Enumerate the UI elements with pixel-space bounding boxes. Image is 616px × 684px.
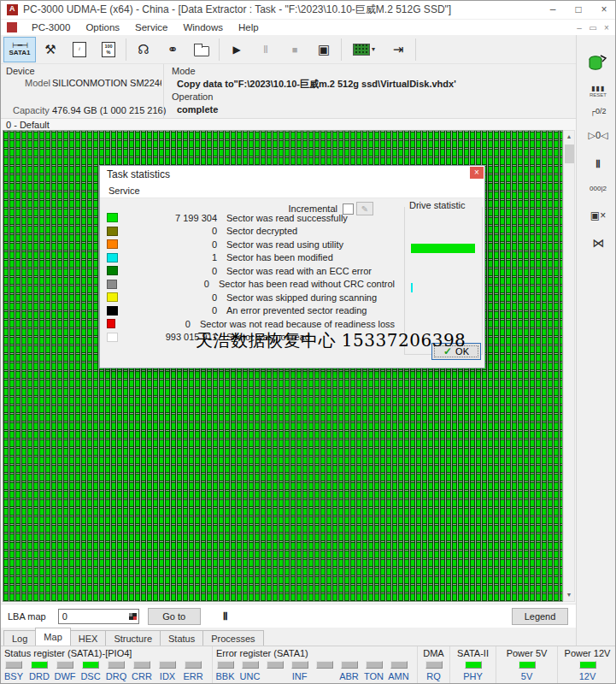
led-indicator <box>390 661 408 669</box>
drive-statistic-tick <box>411 283 413 292</box>
led-unc: UNC <box>238 661 262 681</box>
task-statistics-button[interactable]: 100% <box>94 37 123 62</box>
binoculars-icon: ⚭ <box>167 42 179 57</box>
mode-group-label: Mode <box>172 66 196 76</box>
sidebar-pause-button[interactable]: Ⅱ <box>585 153 611 175</box>
start-button[interactable]: ▶ <box>222 37 251 62</box>
legend-button[interactable]: Legend <box>512 608 568 625</box>
exit-task-button[interactable]: ⇥ <box>384 37 413 62</box>
scroll-down-icon[interactable]: ▼ <box>564 589 574 601</box>
statusbar-group-title: Error register (SATA1) <box>213 648 417 658</box>
main-toolbar: ⊢━⊣ SATA1 ⚒ i 100% ☊ ⚭ ▶ Ⅱ ■ ▣ ▾ ⇥ <box>1 35 576 64</box>
tab-status[interactable]: Status <box>160 630 203 646</box>
tab-structure[interactable]: Structure <box>105 630 161 646</box>
open-folder-button[interactable] <box>187 37 216 62</box>
map-pause-button[interactable]: Ⅱ <box>216 608 235 625</box>
jumper-settings-button[interactable]: ┌0/2 <box>585 100 611 122</box>
mode-value: Copy data to"F:\2023\10.10-巨威m.2 512g ss… <box>177 78 456 91</box>
map-image-icon <box>353 44 370 56</box>
status-bar: Status register (SATA1)-[PIO4]BSYDRDDWFD… <box>1 646 616 684</box>
tab-processes[interactable]: Processes <box>202 630 263 646</box>
drive-power-button[interactable] <box>585 50 611 76</box>
toolbar-separator <box>126 38 126 61</box>
scrollbar-thumb[interactable] <box>565 144 574 163</box>
led-label: DWF <box>54 671 75 681</box>
utility-tools-button[interactable]: ⚒ <box>36 37 65 62</box>
maximize-button[interactable]: □ <box>566 1 591 20</box>
close-button[interactable]: × <box>591 1 616 20</box>
reset-button[interactable]: ▮▮▮ RESET <box>585 80 611 102</box>
stat-color-swatch <box>107 306 118 315</box>
led-indicator <box>465 661 482 669</box>
lba-grid-icon[interactable] <box>129 613 137 620</box>
led-indicator <box>185 661 202 669</box>
heads-map-button[interactable]: 000|2 <box>585 177 611 199</box>
led-label: DRD <box>29 671 50 681</box>
stat-label: Sector has been read without CRC control <box>219 279 395 289</box>
menu-pc-3000[interactable]: PC-3000 <box>24 22 78 32</box>
jack-icon: ☊ <box>138 42 149 57</box>
mdi-minimize-button[interactable]: – <box>572 23 586 32</box>
menu-service[interactable]: Service <box>127 22 175 32</box>
close-windows-button[interactable]: ▣× <box>585 204 611 227</box>
statusbar-group-p5: Power 5V5V <box>496 646 558 684</box>
dialog-close-icon[interactable]: × <box>470 167 484 179</box>
tab-hex[interactable]: HEX <box>70 630 107 646</box>
map-view-button[interactable]: ▾ <box>344 37 384 62</box>
tab-map[interactable]: Map <box>35 628 70 646</box>
statusbar-group-dma: DMARQ <box>418 646 450 684</box>
task-info-button[interactable]: i <box>65 37 94 62</box>
led-indicator <box>82 661 99 669</box>
stat-label: Sector was not read because of readiness… <box>200 319 395 329</box>
copy-windows-button[interactable]: ▣ <box>309 37 338 62</box>
sata-port-button[interactable]: ⊢━⊣ SATA1 <box>3 37 36 62</box>
lba-input[interactable]: 0 <box>58 609 139 624</box>
menu-help[interactable]: Help <box>231 22 267 32</box>
led-bbk: BBK <box>213 661 238 681</box>
tab-log[interactable]: Log <box>3 630 36 646</box>
led-err: ERR <box>180 661 206 681</box>
copies-icon: ▣ <box>318 42 330 57</box>
title-bar: PC-3000 UDMA-E (x64) - China - [Data Ext… <box>1 1 616 20</box>
toolbar-separator <box>341 38 342 61</box>
mdi-close-button[interactable]: × <box>600 23 613 32</box>
stat-color-swatch <box>107 253 118 262</box>
operation-group-label: Operation <box>172 91 213 102</box>
statusbar-group-title: Status register (SATA1)-[PIO4] <box>1 648 212 658</box>
search-button[interactable]: ⚭ <box>158 37 187 62</box>
copies-close-icon: ▣× <box>590 209 606 221</box>
dialog-menu-service[interactable]: Service <box>109 186 140 196</box>
scroll-up-icon[interactable]: ▲ <box>564 131 574 143</box>
led-label: DSC <box>80 671 100 681</box>
counter-zero-icon: ▷0◁ <box>588 130 607 141</box>
map-scrollbar[interactable]: ▲ ▼ <box>563 130 575 602</box>
led-ton: TON <box>361 661 386 681</box>
menu-options[interactable]: Options <box>78 22 127 32</box>
led-indicator <box>519 661 536 669</box>
goto-button[interactable]: Go to <box>148 608 201 625</box>
stat-count: 0 <box>115 319 191 329</box>
stat-count: 0 <box>118 239 217 250</box>
minimize-button[interactable]: – <box>540 1 566 20</box>
led-label: 5V <box>521 671 532 681</box>
connect-jack-button[interactable]: ☊ <box>129 37 158 62</box>
dialog-title-bar[interactable]: Task statistics × <box>100 166 484 183</box>
led-dsc: DSC <box>78 661 103 681</box>
stat-count: 0 <box>118 226 217 236</box>
menu-windows[interactable]: Windows <box>175 22 231 32</box>
stat-label: Sector was read successfully <box>226 213 348 223</box>
stop-button[interactable]: ■ <box>280 37 309 62</box>
connector-icon: ⋈ <box>592 236 604 250</box>
terminal-connector-button[interactable]: ⋈ <box>585 232 611 254</box>
led-indicator <box>56 661 73 669</box>
mdi-restore-button[interactable]: ▭ <box>586 23 600 32</box>
sata-connector-icon: ⊢━⊣ <box>12 42 27 49</box>
map-group-label: 0 - Default <box>6 120 50 130</box>
toolbar-separator <box>219 38 220 61</box>
stat-color-swatch <box>107 280 117 289</box>
pause-button[interactable]: Ⅱ <box>251 37 280 62</box>
stat-count: 0 <box>118 266 217 276</box>
drive-statistic-label: Drive statistic <box>407 200 467 210</box>
stat-row: 0Sector decrypted <box>100 225 395 239</box>
counter-reset-button[interactable]: ▷0◁ <box>585 124 611 146</box>
